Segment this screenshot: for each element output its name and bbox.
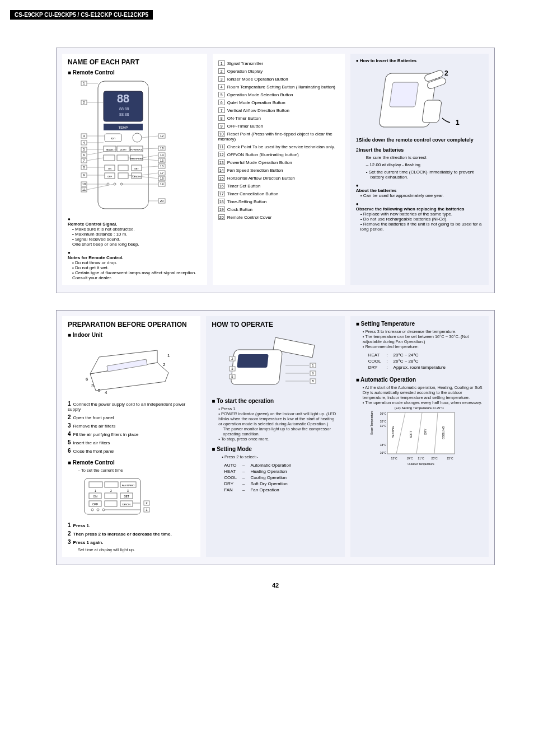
rc-sub: – To set the current time bbox=[68, 468, 195, 473]
svg-rect-116 bbox=[105, 493, 117, 499]
svg-text:POWERFUL: POWERFUL bbox=[130, 148, 143, 151]
svg-text:1: 1 bbox=[167, 353, 170, 358]
svg-text:88:88: 88:88 bbox=[119, 112, 129, 116]
heading-automatic-operation: Automatic Operation bbox=[356, 377, 483, 383]
svg-text:ON: ON bbox=[93, 495, 97, 498]
mode-row: COOL–Cooling Operation bbox=[222, 475, 293, 480]
svg-text:15: 15 bbox=[160, 159, 164, 162]
mode-row: HEAT–Heating Operation bbox=[222, 469, 293, 474]
svg-text:18: 18 bbox=[160, 177, 164, 180]
indoor-step-6: 6Close the front panel bbox=[68, 448, 195, 454]
svg-text:88:88: 88:88 bbox=[119, 107, 129, 111]
svg-rect-17 bbox=[117, 155, 128, 161]
svg-text:12: 12 bbox=[160, 134, 164, 138]
svg-text:16: 16 bbox=[160, 165, 164, 168]
legend-item-5: 5Operation Mode Selection Button bbox=[218, 92, 339, 97]
legend-item-6: 6Quiet Mode Operation Button bbox=[218, 100, 339, 105]
svg-text:11: 11 bbox=[82, 188, 86, 191]
svg-text:23°C: 23°C bbox=[431, 457, 438, 460]
svg-text:17: 17 bbox=[160, 171, 164, 175]
indoor-step-3: 3Remove the air filters bbox=[68, 422, 195, 429]
auto-bullets: • At the start of the Automatic operatio… bbox=[356, 385, 483, 405]
heading-remote-control: Remote Control bbox=[68, 69, 202, 76]
svg-text:10: 10 bbox=[82, 182, 86, 186]
heading-indoor-unit: Indoor Unit bbox=[68, 332, 195, 338]
svg-text:FAN SPEED: FAN SPEED bbox=[122, 484, 135, 487]
indoor-step-1: 1Connect the power supply cord to an ind… bbox=[68, 401, 195, 412]
svg-text:16°C: 16°C bbox=[380, 451, 386, 454]
indoor-step-5: 5Insert the air filters bbox=[68, 439, 195, 445]
battery-step2-head: Insert the batteries bbox=[359, 147, 404, 153]
heading-preparation: PREPARATION BEFORE OPERATION bbox=[68, 321, 195, 328]
svg-point-31 bbox=[114, 183, 116, 185]
legend-item-1: 1Signal Transmitter bbox=[218, 60, 339, 66]
rc-step-2: 2Then press 2 to increase or decrease th… bbox=[68, 530, 195, 537]
indoor-step-4: 4Fit the air purifying filters in place bbox=[68, 431, 195, 437]
svg-rect-95 bbox=[422, 100, 442, 123]
legend-item-2: 2Operation Display bbox=[218, 68, 339, 74]
svg-text:QUIET: QUIET bbox=[120, 148, 127, 151]
legend-item-14: 14Fan Speed Selection Button bbox=[218, 167, 339, 173]
svg-text:1: 1 bbox=[456, 119, 460, 126]
rc-step-3: 3Press 1 again. bbox=[68, 539, 195, 545]
chart-ylabel: Room Temperature bbox=[370, 411, 373, 435]
box-name-of-each-part: NAME OF EACH PART Remote Control 88 88:8… bbox=[56, 48, 495, 293]
mode-row: DRY–Soft Dry Operation bbox=[222, 481, 293, 486]
svg-text:13°C: 13°C bbox=[391, 457, 397, 460]
svg-text:2: 2 bbox=[110, 489, 112, 492]
chart-xlabel: Outdoor Temperature bbox=[407, 462, 434, 466]
svg-text:3: 3 bbox=[127, 489, 129, 492]
svg-rect-134 bbox=[237, 354, 269, 368]
svg-text:2: 2 bbox=[163, 362, 166, 367]
legend-item-13: 13Powerful Mode Operation Button bbox=[218, 159, 339, 165]
svg-rect-94 bbox=[390, 82, 419, 107]
indoor-unit-illustration: 12 63 54 bbox=[73, 340, 180, 396]
svg-point-30 bbox=[107, 183, 109, 185]
svg-text:ion: ion bbox=[111, 137, 115, 140]
svg-text:ON: ON bbox=[108, 167, 111, 170]
svg-text:COOLING: COOLING bbox=[442, 426, 445, 439]
svg-point-125 bbox=[97, 509, 99, 511]
svg-text:SET: SET bbox=[134, 167, 139, 170]
temp-table: HEAT:20°C ~ 24°CCOOL:26°C ~ 28°CDRY:Appr… bbox=[365, 351, 449, 371]
legend-item-3: 3Ionizer Mode Operation Button bbox=[218, 76, 339, 82]
svg-point-126 bbox=[102, 509, 105, 511]
svg-text:18°C: 18°C bbox=[380, 443, 386, 447]
legend-item-7: 7Vertical Airflow Direction Button bbox=[218, 107, 339, 113]
svg-text:6: 6 bbox=[86, 377, 88, 382]
svg-text:4: 4 bbox=[105, 390, 107, 395]
svg-text:5: 5 bbox=[98, 388, 101, 393]
chart-title: (Ex) Setting Temperature at 25°C bbox=[394, 406, 444, 410]
svg-text:TEMP: TEMP bbox=[119, 126, 128, 129]
svg-text:2: 2 bbox=[444, 69, 448, 77]
svg-rect-16 bbox=[104, 155, 115, 161]
legend-item-16: 16Timer Set Button bbox=[218, 183, 339, 189]
svg-text:OFF: OFF bbox=[107, 175, 113, 178]
remote-control-illustration: 88 88:88 88:88 TEMP ion MODE QUIET POWER… bbox=[76, 78, 171, 212]
svg-text:OFF: OFF bbox=[92, 503, 98, 506]
heading-name-of-each-part: NAME OF EACH PART bbox=[68, 58, 202, 66]
temp-row: HEAT:20°C ~ 24°C bbox=[366, 353, 448, 358]
start-lines: • Press 1. • POWER indicator (green) on … bbox=[212, 406, 339, 442]
mode-row: FAN–Fan Operation bbox=[222, 487, 293, 492]
legend-item-9: 9OFF-Timer Button bbox=[218, 123, 339, 129]
page-number: 42 bbox=[56, 582, 495, 589]
legend-item-18: 18Time-Setting Button bbox=[218, 199, 339, 204]
svg-rect-27 bbox=[118, 173, 128, 179]
svg-text:DRY: DRY bbox=[424, 429, 427, 435]
svg-text:19°C: 19°C bbox=[406, 457, 413, 460]
heading-setting-temperature: Setting Temperature bbox=[356, 321, 483, 327]
heading-remote-control-2: Remote Control bbox=[68, 459, 195, 466]
observe-batteries: ● Observe the following when replacing t… bbox=[356, 201, 483, 232]
indoor-step-2: 2Open the front panel bbox=[68, 414, 195, 420]
box-operation: PREPARATION BEFORE OPERATION Indoor Unit… bbox=[56, 310, 495, 565]
svg-text:36°C: 36°C bbox=[380, 412, 386, 415]
svg-text:CANCEL: CANCEL bbox=[122, 503, 132, 506]
heading-how-to-operate: HOW TO OPERATE bbox=[212, 321, 339, 328]
heading-insert-batteries: ● How to Insert the Batteries bbox=[356, 58, 483, 63]
how-to-operate-illustration: 2 3 5 1 6 8 bbox=[225, 332, 326, 393]
svg-point-9 bbox=[133, 133, 142, 142]
svg-text:14: 14 bbox=[160, 153, 164, 157]
legend-item-17: 17Timer Cancellation Button bbox=[218, 191, 339, 196]
svg-text:21°C: 21°C bbox=[418, 457, 424, 460]
